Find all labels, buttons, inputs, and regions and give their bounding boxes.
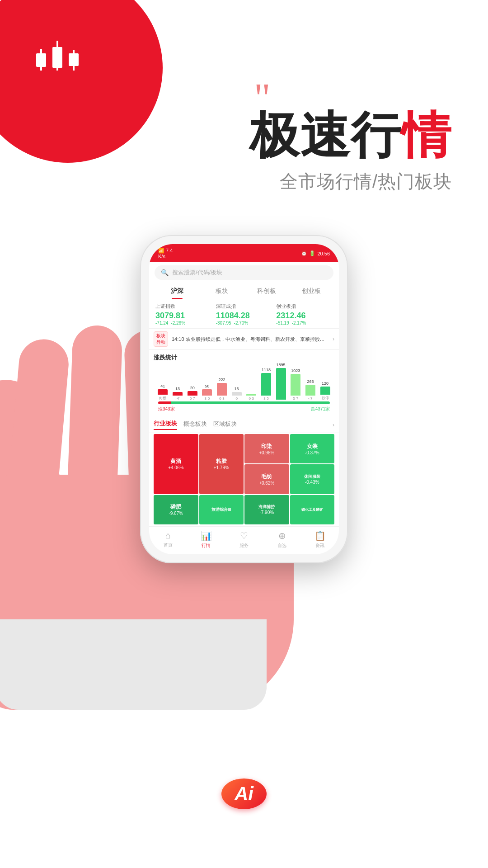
market-count-row: 涨343家 跌4371家 bbox=[154, 405, 334, 415]
app-logo-icon bbox=[36, 41, 79, 71]
rise-count: 涨343家 bbox=[158, 406, 175, 412]
nav-market-label: 行情 bbox=[202, 542, 211, 549]
nav-market[interactable]: 📊 行情 bbox=[187, 530, 225, 549]
cell-lvyouzonghe[interactable]: 旅游综合III bbox=[199, 495, 244, 524]
sector-treemap: 黄酒 +4.06% 粘胶 +1.79% 印染 +0.98% 女装 -0.37% bbox=[154, 434, 334, 524]
index-shenzhen: 深证成指 11084.28 -307.95 -2.70% bbox=[214, 303, 275, 326]
status-left: 📶 7.4K/s bbox=[158, 248, 173, 259]
tab-chuangye[interactable]: 创业板 bbox=[289, 283, 333, 299]
hero-title: 极速行情 bbox=[249, 110, 452, 160]
bar-20: 20 5-7 bbox=[188, 386, 197, 401]
bar-120: 120 跌停 bbox=[320, 381, 330, 401]
bar-41: 41 封板 bbox=[158, 384, 168, 401]
alarm-icon: ⏰ bbox=[301, 250, 307, 256]
tab-kechuang[interactable]: 科创板 bbox=[244, 283, 289, 299]
tab-husheng[interactable]: 沪深 bbox=[155, 283, 199, 299]
bar-266: 266 <7 bbox=[305, 379, 315, 401]
cell-xiuxianfuzhuang[interactable]: 休闲服装 -0.43% bbox=[290, 464, 335, 494]
tab-concept[interactable]: 概念板块 bbox=[183, 420, 207, 429]
ai-badge[interactable]: Ai bbox=[221, 778, 267, 809]
bar-1023: 1023 5-7 bbox=[291, 368, 300, 401]
nav-news[interactable]: 📋 资讯 bbox=[301, 530, 339, 549]
battery-icon: 🔋 bbox=[309, 250, 315, 256]
stats-title: 涨跌统计 bbox=[154, 354, 334, 362]
ticker-badge: 板块 异动 bbox=[154, 331, 168, 347]
search-bar[interactable]: 🔍 搜索股票/代码/板块 bbox=[155, 265, 333, 280]
cell-huangjiu[interactable]: 黄酒 +4.06% bbox=[154, 434, 198, 494]
status-icons: 📶 7.4K/s bbox=[158, 248, 173, 259]
news-ticker[interactable]: 板块 异动 14:10 农业股持续走低，中水渔业、粤海饲料、新农开发、京粮控股、… bbox=[149, 329, 339, 350]
sector-tabs: 行业板块 概念板块 区域板块 › bbox=[149, 417, 339, 433]
news-icon: 📋 bbox=[314, 530, 326, 541]
watchlist-icon: ⊕ bbox=[278, 530, 286, 541]
fall-count: 跌4371家 bbox=[311, 406, 330, 412]
market-tabs: 沪深 板块 科创板 创业板 bbox=[149, 283, 339, 299]
cell-nianjiao[interactable]: 粘胶 +1.79% bbox=[199, 434, 244, 494]
tab-bankuai[interactable]: 板块 bbox=[199, 283, 244, 299]
bar-56: 56 3-5 bbox=[202, 384, 212, 401]
status-right: ⏰ 🔋 20:56 bbox=[301, 250, 330, 256]
sector-more-icon[interactable]: › bbox=[333, 422, 334, 428]
bar-chart: 41 封板 13 >7 20 5-7 56 bbox=[154, 364, 334, 401]
nav-service[interactable]: ♡ 服务 bbox=[225, 530, 263, 549]
bottom-navigation: ⌂ 首页 📊 行情 ♡ 服务 ⊕ 自选 📋 资讯 bbox=[149, 526, 339, 554]
bar-1895: 1895 bbox=[276, 363, 286, 401]
tab-region[interactable]: 区域板块 bbox=[213, 420, 237, 429]
bar-222: 222 0-3 bbox=[217, 377, 227, 401]
nav-home[interactable]: ⌂ 首页 bbox=[149, 530, 187, 549]
search-icon: 🔍 bbox=[161, 269, 169, 276]
time-display: 20:56 bbox=[317, 251, 330, 256]
service-icon: ♡ bbox=[240, 530, 248, 541]
hero-text-section: " 极速行情 全市场行情/热门板块 bbox=[249, 86, 452, 194]
home-icon: ⌂ bbox=[165, 530, 171, 541]
tab-industry[interactable]: 行业板块 bbox=[154, 420, 177, 430]
rise-progress bbox=[158, 401, 171, 404]
cell-haiyangbulao[interactable]: 海洋捕捞 -7.90% bbox=[244, 495, 289, 524]
phone-outer-frame: 📶 7.4K/s ⏰ 🔋 20:56 🔍 搜索股票/代码/板块 沪深 bbox=[140, 235, 348, 563]
red-circle-decoration bbox=[0, 0, 163, 163]
status-bar: 📶 7.4K/s ⏰ 🔋 20:56 bbox=[149, 244, 339, 262]
ticker-text: 14:10 农业股持续走低，中水渔业、粤海饲料、新农开发、京粮控股、冠农股份等 bbox=[172, 336, 329, 343]
cell-linhuagong[interactable]: 磷化工及磷矿 bbox=[290, 495, 335, 524]
quote-marks: " bbox=[254, 86, 452, 110]
index-shanghai: 上证指数 3079.81 -71.24 -2.26% bbox=[154, 303, 214, 326]
market-indices: 上证指数 3079.81 -71.24 -2.26% 深证成指 11084.28… bbox=[149, 299, 339, 329]
index-chuangye: 创业板指 2312.46 -51.19 -2.17% bbox=[274, 303, 334, 326]
fall-progress bbox=[171, 401, 330, 404]
bar-16: 16 0 bbox=[232, 387, 242, 401]
cell-yinran[interactable]: 印染 +0.98% bbox=[244, 434, 289, 463]
rise-fall-progress bbox=[158, 401, 330, 404]
hero-subtitle: 全市场行情/热门板块 bbox=[249, 169, 452, 194]
search-placeholder: 搜索股票/代码/板块 bbox=[172, 269, 222, 277]
stats-section: 涨跌统计 41 封板 13 >7 20 bbox=[149, 350, 339, 417]
nav-service-label: 服务 bbox=[239, 542, 249, 549]
bar-0-3: 0-3 bbox=[246, 393, 256, 401]
cell-linfei[interactable]: 磷肥 -9.67% bbox=[154, 495, 198, 524]
phone-mockup: 📶 7.4K/s ⏰ 🔋 20:56 🔍 搜索股票/代码/板块 沪深 bbox=[138, 235, 350, 563]
market-icon: 📊 bbox=[201, 530, 212, 541]
cell-maofang[interactable]: 毛纺 +0.62% bbox=[244, 464, 289, 494]
bar-1118: 1118 3-5 bbox=[261, 368, 271, 401]
nav-watchlist[interactable]: ⊕ 自选 bbox=[263, 530, 301, 549]
cell-nvzhuang[interactable]: 女装 -0.37% bbox=[290, 434, 335, 463]
nav-home-label: 首页 bbox=[164, 542, 173, 548]
phone-screen: 📶 7.4K/s ⏰ 🔋 20:56 🔍 搜索股票/代码/板块 沪深 bbox=[149, 244, 339, 554]
bar-13: 13 >7 bbox=[173, 387, 183, 401]
nav-news-label: 资讯 bbox=[315, 542, 324, 549]
ai-badge-label: Ai bbox=[235, 783, 253, 805]
nav-watchlist-label: 自选 bbox=[277, 542, 286, 549]
ticker-arrow-icon: › bbox=[333, 336, 334, 342]
